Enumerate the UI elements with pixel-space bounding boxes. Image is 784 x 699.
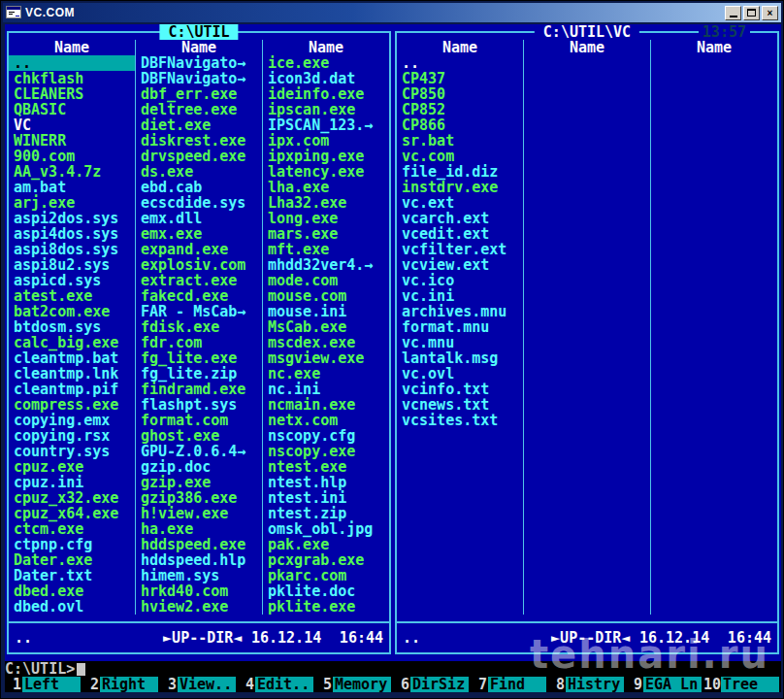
fkey-5-button[interactable]: 5Memory <box>315 677 393 692</box>
titlebar[interactable]: VC.COM × <box>3 3 781 22</box>
file-item[interactable]: mhdd32ver4.→ <box>263 257 389 273</box>
file-item[interactable]: DBFNavigato→ <box>136 55 262 71</box>
file-item[interactable]: aspi8dos.sys <box>9 242 135 257</box>
file-item[interactable]: CLEANERS <box>9 86 135 102</box>
file-item[interactable]: ipx.com <box>263 133 389 149</box>
file-item[interactable]: pklite.exe <box>263 599 389 615</box>
file-item[interactable]: dbed.ovl <box>9 599 135 615</box>
file-item[interactable]: QBASIC <box>9 102 135 117</box>
file-item[interactable]: vcview.ext <box>397 257 523 273</box>
file-item[interactable]: ds.exe <box>136 164 262 180</box>
file-item[interactable]: cpuz_x32.exe <box>9 490 135 506</box>
file-item[interactable]: nscopy.cfg <box>263 428 389 444</box>
file-item[interactable]: bat2com.exe <box>9 304 135 319</box>
file-item[interactable]: hview2.exe <box>136 599 262 615</box>
file-item[interactable]: ncmain.exe <box>263 397 389 413</box>
file-item[interactable]: h!view.exe <box>136 506 262 521</box>
file-item[interactable]: vc.ovl <box>397 366 523 382</box>
fkey-1-button[interactable]: 1Left <box>5 677 82 692</box>
file-item[interactable]: nc.exe <box>263 366 389 382</box>
file-item[interactable]: mscdex.exe <box>263 335 389 350</box>
right-panel[interactable]: C:\UTIL\VC Name Name Name ..CP437CP850CP… <box>395 31 779 654</box>
file-item[interactable]: cpuz_x64.exe <box>9 506 135 521</box>
file-item[interactable]: latency.exe <box>263 164 389 180</box>
file-item[interactable]: hddspeed.exe <box>136 537 262 552</box>
file-item[interactable]: lha.exe <box>263 180 389 195</box>
file-item[interactable]: sr.bat <box>397 133 523 149</box>
file-item[interactable]: ipxping.exe <box>263 149 389 164</box>
file-item[interactable]: chkflash <box>9 71 135 86</box>
file-item[interactable]: vc.com <box>397 149 523 164</box>
file-item[interactable]: ice.exe <box>263 55 389 71</box>
file-item[interactable]: findramd.exe <box>136 382 262 397</box>
file-item[interactable]: AA_v3.4.7z <box>9 164 135 180</box>
file-item[interactable]: copying.rsx <box>9 428 135 444</box>
file-item[interactable]: emx.dll <box>136 211 262 226</box>
file-item[interactable]: nscopy.exe <box>263 444 389 459</box>
file-item[interactable]: CP437 <box>397 71 523 86</box>
file-item[interactable]: vcfilter.ext <box>397 242 523 257</box>
file-item[interactable]: MsCab.exe <box>263 319 389 335</box>
file-item[interactable]: fdr.com <box>136 335 262 350</box>
msdos-app-icon[interactable] <box>6 5 21 20</box>
file-item[interactable]: ctcm.exe <box>9 521 135 537</box>
file-item[interactable]: netx.com <box>263 413 389 428</box>
file-item[interactable]: himem.sys <box>136 568 262 583</box>
file-item[interactable]: pkarc.com <box>263 568 389 583</box>
file-item[interactable]: vc.ini <box>397 288 523 304</box>
file-item[interactable]: mouse.com <box>263 288 389 304</box>
file-item[interactable]: calc_big.exe <box>9 335 135 350</box>
file-item[interactable]: pklite.doc <box>263 583 389 599</box>
file-item[interactable]: Lha32.exe <box>263 195 389 211</box>
file-item[interactable]: vc.mnu <box>397 335 523 350</box>
file-item[interactable]: ntest.zip <box>263 506 389 521</box>
fkey-6-button[interactable]: 6DirSiz <box>393 677 471 692</box>
file-item[interactable]: vcsites.txt <box>397 413 523 428</box>
file-item[interactable]: vc.ico <box>397 273 523 288</box>
fkey-3-button[interactable]: 3View.. <box>160 677 238 692</box>
file-item[interactable]: cleantmp.bat <box>9 350 135 366</box>
maximize-button[interactable] <box>743 6 760 20</box>
file-item[interactable]: ipscan.exe <box>263 102 389 117</box>
file-item[interactable]: long.exe <box>263 211 389 226</box>
file-item[interactable]: country.sys <box>9 444 135 459</box>
file-item[interactable]: deltree.exe <box>136 102 262 117</box>
file-item[interactable]: extract.exe <box>136 273 262 288</box>
file-item[interactable]: WINERR <box>9 133 135 149</box>
file-item[interactable]: mouse.ini <box>263 304 389 319</box>
file-item[interactable]: ghost.exe <box>136 428 262 444</box>
fkey-9-button[interactable]: 9EGA Ln <box>626 677 703 692</box>
file-item[interactable]: btdosm.sys <box>9 319 135 335</box>
file-item[interactable]: mode.com <box>263 273 389 288</box>
file-item[interactable]: explosiv.com <box>136 257 262 273</box>
file-item[interactable]: compress.exe <box>9 397 135 413</box>
file-item[interactable]: fg_lite.exe <box>136 350 262 366</box>
fkey-8-button[interactable]: 8Histry <box>548 677 626 692</box>
file-item[interactable]: dbf_err.exe <box>136 86 262 102</box>
file-item[interactable]: instdrv.exe <box>397 180 523 195</box>
file-item[interactable]: file_id.diz <box>397 164 523 180</box>
minimize-button[interactable] <box>725 6 741 20</box>
file-item[interactable]: FAR - MsCab→ <box>136 304 262 319</box>
file-item[interactable]: icon3d.dat <box>263 71 389 86</box>
file-item[interactable]: ecscdide.sys <box>136 195 262 211</box>
file-item[interactable]: vcarch.ext <box>397 211 523 226</box>
file-item[interactable]: am.bat <box>9 180 135 195</box>
file-item[interactable]: arj.exe <box>9 195 135 211</box>
file-item[interactable]: nc.ini <box>263 382 389 397</box>
file-item[interactable]: drvspeed.exe <box>136 149 262 164</box>
file-item[interactable]: format.com <box>136 413 262 428</box>
file-item[interactable]: dbed.exe <box>9 583 135 599</box>
file-item[interactable]: hrkd40.com <box>136 583 262 599</box>
file-item[interactable]: cpuz.exe <box>9 459 135 475</box>
file-item[interactable]: aspicd.sys <box>9 273 135 288</box>
file-item[interactable]: lantalk.msg <box>397 350 523 366</box>
file-item[interactable]: vcedit.ext <box>397 226 523 242</box>
file-item[interactable]: gzip386.exe <box>136 490 262 506</box>
right-panel-path[interactable]: C:\UTIL\VC <box>535 24 639 40</box>
file-item[interactable]: expand.exe <box>136 242 262 257</box>
file-item[interactable]: ntest.hlp <box>263 475 389 490</box>
file-item[interactable]: GPU-Z.0.6.4→ <box>136 444 262 459</box>
file-item[interactable]: diskrest.exe <box>136 133 262 149</box>
file-item[interactable]: CP852 <box>397 102 523 117</box>
